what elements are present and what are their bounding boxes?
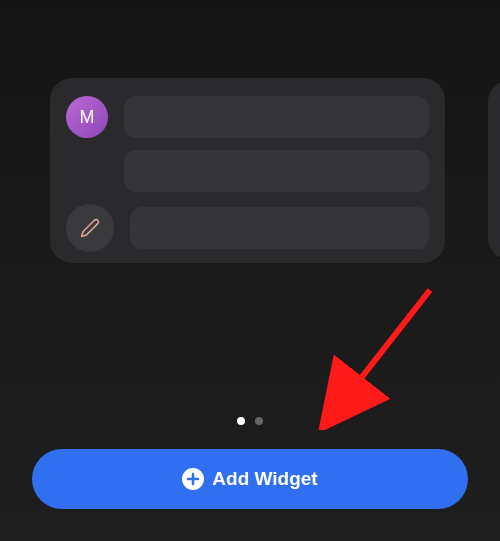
svg-line-1 [340, 290, 430, 405]
page-dot-active[interactable] [237, 417, 245, 425]
content-placeholder-bar [130, 207, 429, 249]
widget-preview-card-next[interactable] [488, 80, 500, 260]
widget-preview-card[interactable]: M [50, 78, 445, 263]
widget-row: M [66, 96, 429, 138]
add-widget-label: Add Widget [212, 468, 317, 490]
avatar-initial: M [80, 107, 95, 128]
row-spacer [66, 150, 108, 192]
edit-button[interactable] [66, 204, 114, 252]
plus-circle-icon [182, 468, 204, 490]
content-placeholder-bar [124, 150, 429, 192]
widget-row [66, 150, 429, 192]
annotation-arrow-icon [315, 280, 445, 430]
pencil-icon [80, 218, 100, 238]
avatar: M [66, 96, 108, 138]
content-placeholder-bar [124, 96, 429, 138]
page-dot-inactive[interactable] [255, 417, 263, 425]
widget-row [66, 204, 429, 252]
pagination-dots [237, 417, 263, 425]
add-widget-button[interactable]: Add Widget [32, 449, 468, 509]
